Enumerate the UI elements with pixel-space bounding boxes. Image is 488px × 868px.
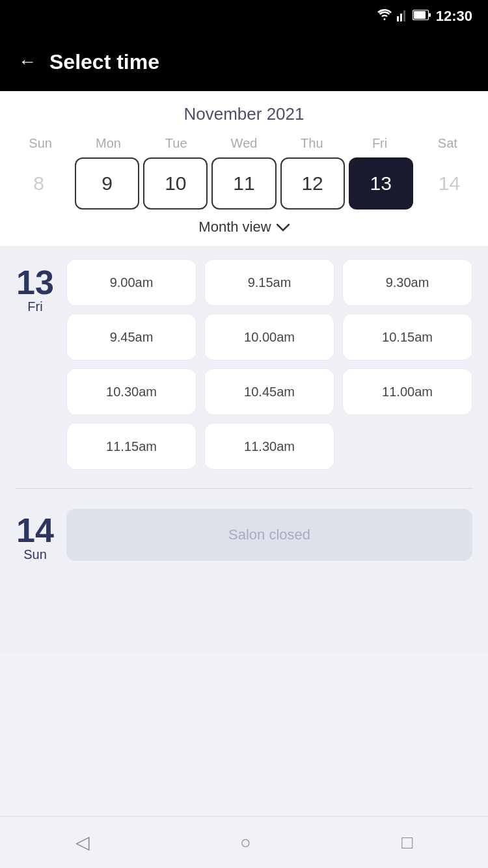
day-number-13: 13 <box>16 265 54 299</box>
time-slot-1000am[interactable]: 10.00am <box>204 314 334 360</box>
time-slot-1030am[interactable]: 10.30am <box>66 368 197 415</box>
month-year-title: November 2021 <box>0 104 488 124</box>
svg-rect-5 <box>429 13 431 17</box>
date-11[interactable]: 11 <box>211 157 276 210</box>
weekday-sun: Sun <box>7 136 74 151</box>
back-button[interactable]: ← <box>18 51 36 72</box>
calendar-section: November 2021 Sun Mon Tue Wed Thu Fri Sa… <box>0 91 488 246</box>
signal-icon <box>397 8 407 24</box>
svg-rect-1 <box>400 14 402 21</box>
date-row: 8 9 10 11 12 13 14 <box>0 157 488 210</box>
time-slot-915am[interactable]: 9.15am <box>204 259 334 306</box>
nav-recent-button[interactable]: □ <box>382 826 432 860</box>
time-slot-1115am[interactable]: 11.15am <box>66 423 197 470</box>
weekday-labels: Sun Mon Tue Wed Thu Fri Sat <box>0 136 488 151</box>
time-slot-1100am[interactable]: 11.00am <box>342 368 472 415</box>
date-8[interactable]: 8 <box>7 157 71 210</box>
time-slot-900am[interactable]: 9.00am <box>66 259 197 306</box>
header: ← Select time <box>0 33 488 91</box>
chevron-down-icon <box>277 220 290 235</box>
day-number-14: 14 <box>16 513 54 547</box>
month-view-label: Month view <box>198 219 271 236</box>
time-slot-930am[interactable]: 9.30am <box>342 259 472 306</box>
weekday-fri: Fri <box>346 136 413 151</box>
bottom-nav: ◁ ○ □ <box>0 816 488 868</box>
battery-icon <box>413 10 431 23</box>
svg-rect-2 <box>403 10 405 21</box>
day-name-14: Sun <box>23 547 47 562</box>
weekday-tue: Tue <box>142 136 210 151</box>
weekday-wed: Wed <box>210 136 278 151</box>
weekday-sat: Sat <box>414 136 481 151</box>
date-12[interactable]: 12 <box>280 157 345 210</box>
date-10[interactable]: 10 <box>143 157 208 210</box>
day-label-14: 14 Sun <box>16 507 55 562</box>
nav-back-button[interactable]: ◁ <box>56 825 109 860</box>
time-section: 13 Fri 9.00am 9.15am 9.30am 9.45am 10.00… <box>0 246 488 653</box>
time-slot-1015am[interactable]: 10.15am <box>342 314 472 360</box>
day-name-13: Fri <box>27 299 42 314</box>
divider <box>16 488 472 489</box>
time-slots-13: 9.00am 9.15am 9.30am 9.45am 10.00am 10.1… <box>66 259 472 470</box>
day-block-13: 13 Fri 9.00am 9.15am 9.30am 9.45am 10.00… <box>16 259 472 470</box>
svg-rect-4 <box>414 11 426 19</box>
weekday-thu: Thu <box>278 136 346 151</box>
svg-rect-0 <box>397 16 399 21</box>
status-icons: 12:30 <box>377 8 472 25</box>
status-time: 12:30 <box>436 8 472 25</box>
weekday-mon: Mon <box>74 136 142 151</box>
date-13[interactable]: 13 <box>349 157 413 210</box>
status-bar: 12:30 <box>0 0 488 33</box>
month-view-toggle[interactable]: Month view <box>0 210 488 246</box>
time-slot-945am[interactable]: 9.45am <box>66 314 197 360</box>
nav-home-button[interactable]: ○ <box>221 826 271 860</box>
date-9[interactable]: 9 <box>75 157 139 210</box>
day-label-13: 13 Fri <box>16 259 55 470</box>
day-block-14: 14 Sun Salon closed <box>16 507 472 575</box>
date-14[interactable]: 14 <box>417 157 481 210</box>
page-title: Select time <box>49 50 159 74</box>
time-slot-1045am[interactable]: 10.45am <box>204 368 334 415</box>
wifi-icon <box>377 9 392 23</box>
time-slot-1130am[interactable]: 11.30am <box>204 423 334 470</box>
salon-closed-message: Salon closed <box>66 509 472 561</box>
